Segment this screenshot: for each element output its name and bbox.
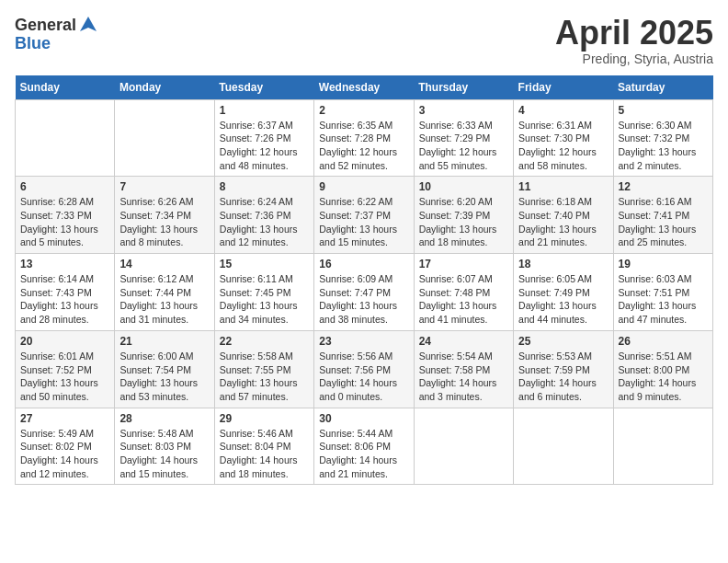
weekday-sunday: Sunday bbox=[16, 75, 115, 100]
day-info: Sunrise: 5:58 AM Sunset: 7:55 PM Dayligh… bbox=[220, 350, 309, 404]
table-row: 18Sunrise: 6:05 AM Sunset: 7:49 PM Dayli… bbox=[514, 254, 613, 331]
day-info: Sunrise: 5:54 AM Sunset: 7:58 PM Dayligh… bbox=[419, 350, 508, 404]
weekday-wednesday: Wednesday bbox=[314, 75, 414, 100]
table-row: 20Sunrise: 6:01 AM Sunset: 7:52 PM Dayli… bbox=[16, 330, 115, 408]
day-info: Sunrise: 6:07 AM Sunset: 7:48 PM Dayligh… bbox=[419, 272, 508, 327]
table-row: 22Sunrise: 5:58 AM Sunset: 7:55 PM Dayli… bbox=[214, 330, 313, 408]
day-number: 27 bbox=[20, 412, 109, 425]
day-info: Sunrise: 6:24 AM Sunset: 7:36 PM Dayligh… bbox=[220, 195, 309, 249]
day-number: 4 bbox=[518, 104, 608, 117]
calendar-title: April 2025 bbox=[555, 15, 713, 52]
table-row: 11Sunrise: 6:18 AM Sunset: 7:40 PM Dayli… bbox=[514, 177, 613, 254]
day-number: 26 bbox=[619, 335, 708, 348]
table-row: 10Sunrise: 6:20 AM Sunset: 7:39 PM Dayli… bbox=[414, 177, 513, 254]
table-row: 28Sunrise: 5:48 AM Sunset: 8:03 PM Dayli… bbox=[115, 408, 214, 485]
calendar-week-row: 13Sunrise: 6:14 AM Sunset: 7:43 PM Dayli… bbox=[16, 254, 713, 331]
day-number: 20 bbox=[20, 335, 109, 348]
table-row: 6Sunrise: 6:28 AM Sunset: 7:33 PM Daylig… bbox=[16, 177, 115, 254]
table-row: 17Sunrise: 6:07 AM Sunset: 7:48 PM Dayli… bbox=[414, 254, 513, 331]
day-info: Sunrise: 6:18 AM Sunset: 7:40 PM Dayligh… bbox=[518, 195, 608, 249]
day-info: Sunrise: 5:49 AM Sunset: 8:02 PM Dayligh… bbox=[20, 427, 109, 481]
day-info: Sunrise: 5:51 AM Sunset: 8:00 PM Dayligh… bbox=[619, 350, 708, 404]
day-number: 24 bbox=[419, 335, 508, 348]
day-number: 29 bbox=[220, 412, 309, 425]
day-number: 1 bbox=[220, 104, 309, 117]
calendar-week-row: 6Sunrise: 6:28 AM Sunset: 7:33 PM Daylig… bbox=[16, 177, 713, 254]
table-row: 14Sunrise: 6:12 AM Sunset: 7:44 PM Dayli… bbox=[115, 254, 214, 331]
day-number: 12 bbox=[619, 180, 708, 193]
day-number: 6 bbox=[20, 180, 109, 193]
logo-general-text: General bbox=[15, 17, 76, 33]
logo-icon bbox=[78, 15, 98, 35]
day-info: Sunrise: 6:31 AM Sunset: 7:30 PM Dayligh… bbox=[518, 119, 608, 173]
table-row: 4Sunrise: 6:31 AM Sunset: 7:30 PM Daylig… bbox=[514, 99, 613, 177]
table-row: 16Sunrise: 6:09 AM Sunset: 7:47 PM Dayli… bbox=[314, 254, 414, 331]
table-row bbox=[613, 408, 712, 485]
table-row: 7Sunrise: 6:26 AM Sunset: 7:34 PM Daylig… bbox=[115, 177, 214, 254]
table-row: 19Sunrise: 6:03 AM Sunset: 7:51 PM Dayli… bbox=[613, 254, 712, 331]
table-row bbox=[16, 99, 115, 177]
table-row: 23Sunrise: 5:56 AM Sunset: 7:56 PM Dayli… bbox=[314, 330, 414, 408]
day-number: 14 bbox=[119, 258, 209, 270]
day-info: Sunrise: 6:37 AM Sunset: 7:26 PM Dayligh… bbox=[220, 119, 309, 173]
header: General Blue April 2025 Preding, Styria,… bbox=[15, 15, 713, 66]
table-row: 15Sunrise: 6:11 AM Sunset: 7:45 PM Dayli… bbox=[214, 254, 313, 331]
day-number: 3 bbox=[419, 104, 508, 117]
table-row: 8Sunrise: 6:24 AM Sunset: 7:36 PM Daylig… bbox=[214, 177, 313, 254]
day-info: Sunrise: 6:09 AM Sunset: 7:47 PM Dayligh… bbox=[319, 272, 408, 327]
weekday-friday: Friday bbox=[514, 75, 613, 100]
day-info: Sunrise: 6:03 AM Sunset: 7:51 PM Dayligh… bbox=[619, 272, 708, 327]
day-number: 21 bbox=[119, 335, 209, 348]
day-number: 16 bbox=[319, 258, 408, 270]
day-number: 30 bbox=[319, 412, 408, 425]
calendar-week-row: 20Sunrise: 6:01 AM Sunset: 7:52 PM Dayli… bbox=[16, 330, 713, 408]
day-number: 23 bbox=[319, 335, 408, 348]
table-row: 27Sunrise: 5:49 AM Sunset: 8:02 PM Dayli… bbox=[16, 408, 115, 485]
calendar-week-row: 27Sunrise: 5:49 AM Sunset: 8:02 PM Dayli… bbox=[16, 408, 713, 485]
table-row: 25Sunrise: 5:53 AM Sunset: 7:59 PM Dayli… bbox=[514, 330, 613, 408]
day-info: Sunrise: 6:01 AM Sunset: 7:52 PM Dayligh… bbox=[20, 350, 109, 404]
weekday-thursday: Thursday bbox=[414, 75, 513, 100]
day-number: 11 bbox=[518, 180, 608, 193]
table-row: 26Sunrise: 5:51 AM Sunset: 8:00 PM Dayli… bbox=[613, 330, 712, 408]
day-info: Sunrise: 6:33 AM Sunset: 7:29 PM Dayligh… bbox=[419, 119, 508, 173]
table-row: 29Sunrise: 5:46 AM Sunset: 8:04 PM Dayli… bbox=[214, 408, 313, 485]
weekday-header-row: Sunday Monday Tuesday Wednesday Thursday… bbox=[16, 75, 713, 100]
day-info: Sunrise: 6:30 AM Sunset: 7:32 PM Dayligh… bbox=[619, 119, 708, 173]
table-row: 30Sunrise: 5:44 AM Sunset: 8:06 PM Dayli… bbox=[314, 408, 414, 485]
table-row: 21Sunrise: 6:00 AM Sunset: 7:54 PM Dayli… bbox=[115, 330, 214, 408]
table-row: 12Sunrise: 6:16 AM Sunset: 7:41 PM Dayli… bbox=[613, 177, 712, 254]
weekday-saturday: Saturday bbox=[613, 75, 712, 100]
day-number: 19 bbox=[619, 258, 708, 270]
day-number: 10 bbox=[419, 180, 508, 193]
day-info: Sunrise: 6:14 AM Sunset: 7:43 PM Dayligh… bbox=[20, 272, 109, 327]
day-number: 28 bbox=[119, 412, 209, 425]
table-row: 2Sunrise: 6:35 AM Sunset: 7:28 PM Daylig… bbox=[314, 99, 414, 177]
logo: General Blue bbox=[15, 15, 98, 52]
table-row: 24Sunrise: 5:54 AM Sunset: 7:58 PM Dayli… bbox=[414, 330, 513, 408]
day-number: 15 bbox=[220, 258, 309, 270]
day-number: 17 bbox=[419, 258, 508, 270]
calendar-week-row: 1Sunrise: 6:37 AM Sunset: 7:26 PM Daylig… bbox=[16, 99, 713, 177]
day-number: 8 bbox=[220, 180, 309, 193]
day-info: Sunrise: 5:53 AM Sunset: 7:59 PM Dayligh… bbox=[518, 350, 608, 404]
day-info: Sunrise: 6:11 AM Sunset: 7:45 PM Dayligh… bbox=[220, 272, 309, 327]
table-row: 9Sunrise: 6:22 AM Sunset: 7:37 PM Daylig… bbox=[314, 177, 414, 254]
table-row bbox=[514, 408, 613, 485]
day-number: 13 bbox=[20, 258, 109, 270]
weekday-tuesday: Tuesday bbox=[214, 75, 313, 100]
day-info: Sunrise: 6:05 AM Sunset: 7:49 PM Dayligh… bbox=[518, 272, 608, 327]
day-number: 2 bbox=[319, 104, 408, 117]
day-info: Sunrise: 5:56 AM Sunset: 7:56 PM Dayligh… bbox=[319, 350, 408, 404]
table-row: 13Sunrise: 6:14 AM Sunset: 7:43 PM Dayli… bbox=[16, 254, 115, 331]
day-info: Sunrise: 6:26 AM Sunset: 7:34 PM Dayligh… bbox=[119, 195, 209, 249]
day-number: 7 bbox=[119, 180, 209, 193]
table-row: 1Sunrise: 6:37 AM Sunset: 7:26 PM Daylig… bbox=[214, 99, 313, 177]
day-number: 9 bbox=[319, 180, 408, 193]
calendar-table: Sunday Monday Tuesday Wednesday Thursday… bbox=[15, 75, 713, 486]
day-number: 22 bbox=[220, 335, 309, 348]
day-info: Sunrise: 6:00 AM Sunset: 7:54 PM Dayligh… bbox=[119, 350, 209, 404]
calendar-subtitle: Preding, Styria, Austria bbox=[555, 52, 713, 66]
logo-blue-text: Blue bbox=[15, 34, 51, 52]
day-info: Sunrise: 6:20 AM Sunset: 7:39 PM Dayligh… bbox=[419, 195, 508, 249]
